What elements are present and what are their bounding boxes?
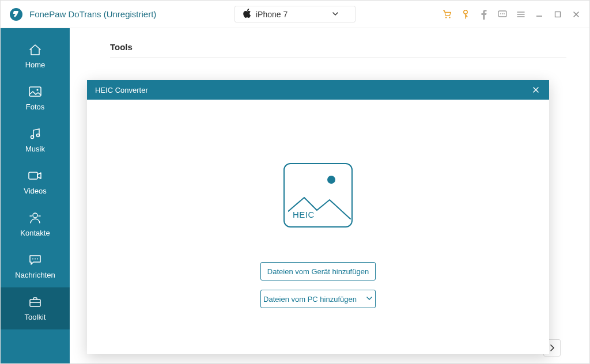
modal-body: HEIC Dateien vom Gerät hinzufügen Dateie… [87, 100, 549, 354]
sidebar-item-label: Toolkit [25, 313, 46, 321]
close-icon[interactable] [571, 9, 581, 20]
videos-icon [27, 168, 43, 183]
svg-rect-18 [30, 299, 40, 306]
sidebar-item-nachrichten[interactable]: Nachrichten [1, 245, 70, 287]
svg-point-5 [500, 13, 501, 14]
modal-header: HEIC Converter [87, 80, 549, 100]
button-label: Dateien vom Gerät hinzufügen [267, 267, 369, 276]
svg-point-15 [32, 259, 33, 260]
svg-rect-8 [555, 12, 561, 17]
chevron-down-icon [332, 10, 339, 19]
sidebar-item-toolkit[interactable]: Toolkit [1, 287, 70, 329]
modal-title: HEIC Converter [95, 86, 148, 94]
messages-icon [27, 252, 43, 267]
device-name: iPhone 7 [256, 10, 288, 19]
minimize-icon[interactable] [534, 9, 544, 20]
svg-point-6 [502, 13, 503, 14]
apple-icon [243, 9, 251, 20]
music-icon [27, 126, 43, 141]
feedback-icon[interactable] [497, 9, 508, 20]
app-body: Home Fotos Musik Videos [1, 28, 589, 363]
sidebar-item-home[interactable]: Home [1, 35, 70, 77]
toolkit-icon [27, 294, 43, 309]
sidebar-item-musik[interactable]: Musik [1, 119, 70, 161]
contacts-icon [27, 210, 43, 225]
key-icon[interactable] [460, 9, 471, 20]
window-toolbar [442, 9, 581, 20]
svg-point-2 [449, 17, 450, 18]
app-title: FonePaw DoTrans (Unregistriert) [29, 9, 156, 19]
section-title: Tools [110, 42, 133, 52]
sidebar-item-label: Fotos [26, 103, 45, 111]
add-from-device-button[interactable]: Dateien vom Gerät hinzufügen [260, 262, 376, 280]
chevron-down-icon [366, 295, 373, 304]
heic-converter-modal: HEIC Converter HEIC Da [87, 80, 549, 354]
svg-point-10 [36, 89, 38, 90]
sidebar-item-label: Kontakte [20, 229, 50, 237]
sidebar-item-label: Musik [25, 145, 45, 153]
svg-point-14 [33, 213, 37, 218]
sidebar-item-videos[interactable]: Videos [1, 161, 70, 203]
modal-close-button[interactable] [531, 85, 541, 95]
sidebar-item-label: Nachrichten [15, 271, 55, 279]
maximize-icon[interactable] [553, 9, 563, 20]
sidebar-item-kontakte[interactable]: Kontakte [1, 203, 70, 245]
heic-tile: HEIC [283, 163, 353, 227]
add-from-pc-button[interactable]: Dateien vom PC hinzufügen [260, 290, 376, 308]
sidebar-item-label: Videos [24, 187, 47, 195]
home-icon [27, 42, 43, 57]
section-divider [110, 57, 566, 58]
app-window: FonePaw DoTrans (Unregistriert) iPhone 7 [0, 0, 590, 364]
main-content: Tools HEIC Converter [70, 28, 589, 363]
sidebar: Home Fotos Musik Videos [1, 28, 70, 363]
svg-rect-13 [29, 172, 37, 179]
svg-point-12 [37, 134, 40, 137]
sidebar-item-fotos[interactable]: Fotos [1, 77, 70, 119]
titlebar: FonePaw DoTrans (Unregistriert) iPhone 7 [1, 1, 589, 28]
facebook-icon[interactable] [479, 9, 489, 20]
sidebar-item-label: Home [25, 60, 46, 69]
cart-icon[interactable] [442, 9, 452, 20]
svg-point-16 [35, 259, 36, 260]
device-selector[interactable]: iPhone 7 [235, 6, 355, 22]
button-label: Dateien vom PC hinzufügen [263, 295, 357, 304]
menu-icon[interactable] [516, 9, 526, 20]
heic-tile-label: HEIC [293, 210, 315, 219]
app-logo [9, 7, 24, 22]
svg-point-3 [464, 10, 467, 13]
svg-point-7 [504, 13, 505, 14]
svg-point-11 [31, 136, 34, 139]
svg-rect-9 [29, 87, 41, 96]
svg-point-1 [445, 17, 447, 18]
photos-icon [27, 84, 43, 99]
svg-point-17 [37, 259, 38, 260]
heic-tile-dot-icon [327, 176, 335, 184]
